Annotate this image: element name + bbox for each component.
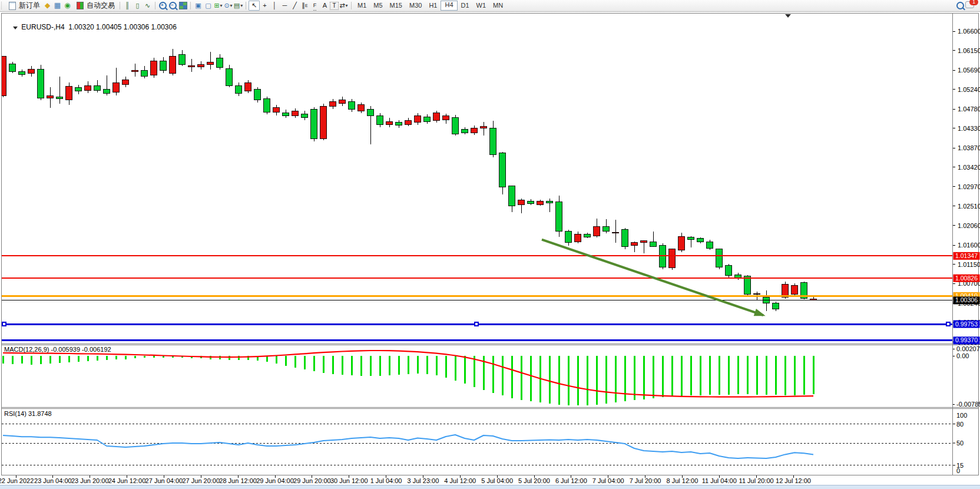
cursor-tool-icon[interactable]: ↖ [249, 1, 260, 11]
new-order-button[interactable]: 新订单 [5, 1, 42, 11]
line-handle [475, 322, 478, 326]
svg-text:1.05690: 1.05690 [958, 67, 980, 74]
terminal-icon[interactable]: ▦ [52, 1, 62, 10]
search-icon[interactable] [955, 1, 965, 10]
svg-text:28 Jun 12:00: 28 Jun 12:00 [219, 477, 257, 484]
svg-text:1.05240: 1.05240 [958, 86, 980, 93]
svg-text:24 Jun 12:00: 24 Jun 12:00 [108, 477, 146, 484]
svg-text:1.01600: 1.01600 [958, 242, 980, 249]
timeframe-M5[interactable]: M5 [370, 1, 386, 10]
notification-badge: 1 [969, 0, 978, 5]
svg-text:11 Jul 20:00: 11 Jul 20:00 [739, 477, 774, 484]
timeframe-M30[interactable]: M30 [406, 1, 425, 10]
svg-text:1.01150: 1.01150 [958, 261, 980, 268]
svg-text:5 Jul 20:00: 5 Jul 20:00 [518, 477, 550, 484]
chart-frame [2, 14, 979, 475]
application-window: 新订单 ◆ ▦ ◉ 自动交易 ║ ▯ ∿ + − ▣ ▢ ⊞▾ ⊙▾ ▤▾ ↖ … [0, 0, 980, 489]
chart-shift-icon[interactable]: ▢ [203, 1, 213, 10]
timeframe-bar: M1M5M15M30H1H4D1W1MN [354, 1, 506, 11]
chart-canvas[interactable]: 1.066001.061501.056901.052401.047801.043… [0, 0, 980, 489]
line-handle [2, 322, 6, 326]
svg-text:27 Jun 04:00: 27 Jun 04:00 [145, 477, 183, 484]
svg-text:1.03420: 1.03420 [958, 164, 980, 171]
svg-text:80: 80 [956, 421, 964, 428]
chart-ohlc-values: 1.00320 1.00405 1.00306 1.00306 [68, 23, 177, 31]
signals-icon[interactable]: ◉ [62, 1, 72, 10]
svg-text:1.06150: 1.06150 [958, 47, 980, 54]
timeframe-W1[interactable]: W1 [473, 1, 490, 10]
svg-text:-0.007853: -0.007853 [956, 401, 980, 408]
svg-text:4 Jul 12:00: 4 Jul 12:00 [444, 477, 476, 484]
svg-text:22 Jun 2022: 22 Jun 2022 [0, 477, 34, 484]
text-tool-icon[interactable]: A [320, 1, 330, 10]
rsi-indicator-label: RSI(14) 31.8748 [4, 410, 52, 417]
svg-text:1.00826: 1.00826 [955, 275, 978, 282]
line-handle [946, 322, 950, 326]
arrows-tool-icon[interactable]: ⇄▾ [339, 1, 349, 10]
svg-text:50: 50 [956, 440, 964, 447]
timeframe-H1[interactable]: H1 [425, 1, 441, 10]
svg-text:23 Jun 04:00: 23 Jun 04:00 [34, 477, 72, 484]
macd-indicator-label: MACD(12,26,9) -0.005939 -0.006192 [4, 346, 111, 353]
svg-text:1.02510: 1.02510 [958, 203, 980, 210]
text-label-tool-icon[interactable]: T [330, 2, 339, 10]
svg-text:0.99753: 0.99753 [955, 321, 978, 328]
svg-text:1.00306: 1.00306 [955, 296, 978, 303]
svg-text:3 Jul 23:00: 3 Jul 23:00 [408, 477, 439, 484]
candlestick-mode-icon[interactable]: ▯ [133, 1, 143, 10]
svg-text:8 Jul 12:00: 8 Jul 12:00 [667, 477, 698, 484]
timeframe-M1[interactable]: M1 [354, 1, 370, 10]
svg-text:23 Jun 20:00: 23 Jun 20:00 [71, 477, 109, 484]
window-bottom-edge [0, 485, 980, 489]
timeframe-D1[interactable]: D1 [458, 1, 473, 10]
svg-text:27 Jun 20:00: 27 Jun 20:00 [182, 477, 220, 484]
symbol-dropdown-icon[interactable] [13, 27, 18, 29]
mql-market-icon[interactable]: ◆ [42, 1, 52, 10]
channel-tool-icon[interactable]: ∥E [300, 1, 310, 10]
timeframe-M15[interactable]: M15 [386, 1, 406, 10]
add-indicator-icon[interactable]: ⊞▾ [213, 1, 223, 10]
periods-clock-icon[interactable]: ⊙▾ [223, 1, 233, 10]
fibonacci-tool-icon[interactable]: F [310, 1, 320, 10]
svg-text:1.03870: 1.03870 [958, 144, 980, 151]
main-toolbar: 新订单 ◆ ▦ ◉ 自动交易 ║ ▯ ∿ + − ▣ ▢ ⊞▾ ⊙▾ ▤▾ ↖ … [0, 0, 980, 12]
timeframe-H4[interactable]: H4 [441, 1, 457, 11]
svg-text:1.06600: 1.06600 [958, 28, 980, 35]
horizontal-line-tool-icon[interactable]: ─ [280, 1, 290, 10]
crosshair-tool-icon[interactable]: + [260, 1, 270, 10]
svg-text:0.002073: 0.002073 [956, 345, 980, 352]
chat-button[interactable]: 1 [965, 1, 974, 10]
bar-chart-mode-icon[interactable]: ║ [122, 1, 133, 10]
tile-windows-icon[interactable] [178, 1, 188, 10]
auto-trading-icon [75, 1, 85, 10]
toolbar-grip [1, 2, 4, 9]
template-icon[interactable]: ▤▾ [233, 1, 243, 10]
svg-text:30 Jun 12:00: 30 Jun 12:00 [330, 477, 368, 484]
new-order-label: 新订单 [19, 1, 40, 11]
chart-title-row: EURUSD-,H4 1.00320 1.00405 1.00306 1.003… [5, 15, 177, 39]
new-chart-window-icon[interactable]: ▣ [193, 1, 203, 10]
svg-text:1 Jul 04:00: 1 Jul 04:00 [370, 477, 402, 484]
svg-text:5 Jul 04:00: 5 Jul 04:00 [481, 477, 513, 484]
zoom-out-icon[interactable]: − [168, 1, 178, 10]
svg-text:11 Jul 04:00: 11 Jul 04:00 [702, 477, 737, 484]
svg-text:1.04330: 1.04330 [958, 125, 980, 132]
svg-text:29 Jun 20:00: 29 Jun 20:00 [293, 477, 331, 484]
chart-symbol-label: EURUSD-,H4 [21, 23, 64, 31]
timeframe-MN[interactable]: MN [489, 1, 506, 10]
vertical-line-tool-icon[interactable]: │ [270, 1, 280, 10]
svg-text:29 Jun 04:00: 29 Jun 04:00 [256, 477, 294, 484]
svg-text:1.04780: 1.04780 [958, 105, 980, 113]
line-chart-mode-icon[interactable]: ∿ [143, 1, 153, 10]
time-axis: 22 Jun 202223 Jun 04:0023 Jun 20:0024 Ju… [0, 475, 811, 485]
svg-text:0.99370: 0.99370 [955, 336, 978, 343]
auto-trading-label: 自动交易 [87, 1, 115, 11]
trendline-tool-icon[interactable]: ╱ [290, 1, 300, 10]
svg-text:1.01347: 1.01347 [955, 252, 978, 259]
svg-text:100: 100 [956, 412, 967, 419]
auto-trading-button[interactable]: 自动交易 [72, 1, 117, 11]
svg-text:12 Jul 12:00: 12 Jul 12:00 [776, 477, 811, 484]
zoom-in-icon[interactable]: + [158, 1, 168, 10]
svg-text:6 Jul 12:00: 6 Jul 12:00 [555, 477, 587, 484]
svg-text:7 Jul 20:00: 7 Jul 20:00 [630, 477, 661, 484]
